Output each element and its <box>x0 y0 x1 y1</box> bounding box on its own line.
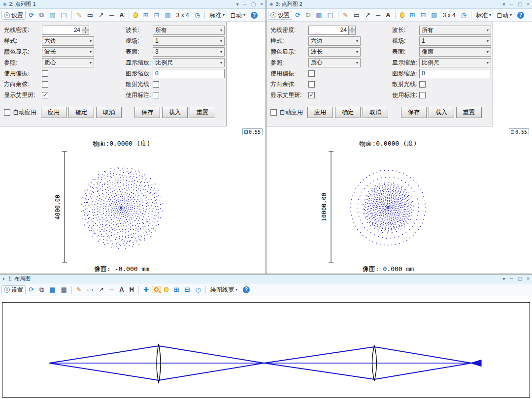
ok-button[interactable]: 确定 <box>335 107 361 118</box>
close-icon[interactable]: × <box>260 2 263 7</box>
grid-size-selector[interactable]: 3 x 4 <box>174 11 192 20</box>
spin-up-icon[interactable]: ▲ <box>349 26 356 31</box>
pencil-icon[interactable]: ✎ <box>74 10 84 20</box>
settings-button[interactable]: ∧ 设置 <box>1 11 26 20</box>
print-icon[interactable]: ▤ <box>59 285 69 294</box>
use-polarization-checkbox[interactable] <box>42 70 48 77</box>
bulb-icon[interactable] <box>131 11 140 19</box>
print-icon[interactable]: ▤ <box>59 10 69 20</box>
layout-drawing-area[interactable] <box>0 296 532 399</box>
reference-select[interactable]: 质心▾ <box>42 58 94 67</box>
pan-icon[interactable]: ✚ <box>141 285 151 294</box>
layers-icon[interactable]: ▦ <box>162 10 173 20</box>
pattern-select[interactable]: 六边▾ <box>42 36 94 46</box>
help-button[interactable]: ? <box>240 285 252 295</box>
standard-dropdown[interactable]: 标准 ▾ <box>207 11 227 20</box>
scatter-rays-checkbox[interactable] <box>153 81 159 88</box>
text-tool-icon[interactable]: A <box>383 10 393 20</box>
line-tool-icon[interactable]: ─ <box>107 285 116 294</box>
minimize-icon[interactable]: ─ <box>510 2 513 7</box>
rectangle-tool-icon[interactable]: ▭ <box>85 10 96 20</box>
ok-button[interactable]: 确定 <box>68 107 94 118</box>
save-button[interactable]: 保存 <box>134 107 160 118</box>
line-tool-icon[interactable]: ─ <box>373 10 383 20</box>
ray-density-input[interactable]: 24 <box>308 26 349 35</box>
ray-density-stepper[interactable]: ▲▼ <box>349 26 356 35</box>
apply-button[interactable]: 应用 <box>307 107 333 118</box>
reference-select[interactable]: 质心▾ <box>308 58 361 67</box>
help-button[interactable]: ? <box>248 10 260 20</box>
window-menu-icon[interactable]: ▾ <box>236 2 239 7</box>
close-icon[interactable]: × <box>527 2 530 7</box>
arrow-tool-icon[interactable]: ↗ <box>363 10 373 20</box>
layers-icon[interactable]: ▦ <box>429 10 439 20</box>
spin-up-icon[interactable]: ▲ <box>82 26 89 31</box>
scatter-rays-checkbox[interactable] <box>419 81 426 88</box>
copy-icon[interactable]: ⧉ <box>37 285 46 294</box>
window-split-icon[interactable]: ⊞ <box>141 10 151 20</box>
show-airy-checkbox[interactable] <box>308 92 315 98</box>
refresh-icon[interactable]: ⟳ <box>293 10 303 20</box>
use-polarization-checkbox[interactable] <box>308 70 315 77</box>
auto-dropdown[interactable]: 自动 ▾ <box>494 11 514 20</box>
grid-size-selector[interactable]: 3 x 4 <box>440 11 458 20</box>
copy-window-icon[interactable]: ⊟ <box>418 10 428 20</box>
text-height-icon[interactable]: Ħ <box>127 285 136 294</box>
help-button[interactable]: ? <box>515 10 527 20</box>
spot-plot-2[interactable]: 0.55 物面:0.0000 (度) 10000.00 像面: 0.000 mm <box>266 126 532 274</box>
spin-down-icon[interactable]: ▼ <box>82 30 89 35</box>
standard-dropdown[interactable]: 标准 ▾ <box>473 11 494 20</box>
show-scale-select[interactable]: 比例尺▾ <box>419 58 491 67</box>
titlebar-spot1[interactable]: ✳ 2: 点列图 1 ▾ ─ ▢ × <box>0 0 266 9</box>
direction-cosines-checkbox[interactable] <box>42 81 48 88</box>
minimize-icon[interactable]: ─ <box>510 276 513 281</box>
clock-icon[interactable]: ◷ <box>193 285 203 294</box>
print-icon[interactable]: ▤ <box>325 10 336 20</box>
use-symbols-checkbox[interactable] <box>419 92 426 98</box>
copy-window-icon[interactable]: ⊟ <box>182 285 193 294</box>
copy-window-icon[interactable]: ⊟ <box>151 10 162 20</box>
show-scale-select[interactable]: 比例尺▾ <box>153 58 225 67</box>
save-icon[interactable]: ▦ <box>47 285 58 294</box>
line-tool-icon[interactable]: ─ <box>107 10 116 20</box>
minimize-icon[interactable]: ─ <box>243 2 247 7</box>
cancel-button[interactable]: 取消 <box>96 107 122 118</box>
save-icon[interactable]: ▦ <box>47 10 58 20</box>
load-button[interactable]: 载入 <box>162 107 188 118</box>
bulb-icon[interactable] <box>162 285 171 294</box>
auto-apply-checkbox[interactable] <box>4 109 10 116</box>
plot-scale-input[interactable]: 0 <box>153 69 225 78</box>
load-button[interactable]: 载入 <box>429 107 454 118</box>
close-icon[interactable]: × <box>527 276 530 281</box>
maximize-icon[interactable]: ▢ <box>518 2 522 7</box>
reset-button[interactable]: 重置 <box>456 107 482 118</box>
color-by-select[interactable]: 波长▾ <box>42 47 94 57</box>
bulb-icon[interactable] <box>398 11 407 19</box>
clock-icon[interactable]: ◷ <box>192 10 202 20</box>
settings-button[interactable]: ∧ 设置 <box>268 11 292 20</box>
color-by-select[interactable]: 波长▾ <box>308 47 361 57</box>
text-tool-icon[interactable]: A <box>117 285 126 294</box>
spot-plot-1[interactable]: 0.55 物面:0.0000 (度) 4000.00 像面: -0.000 mm <box>0 126 266 274</box>
wavelength-select[interactable]: 所有▾ <box>153 26 225 35</box>
copy-icon[interactable]: ⧉ <box>303 10 313 20</box>
titlebar-spot2[interactable]: ✳ 3: 点列图 2 ▾ ─ ▢ × <box>266 0 532 9</box>
field-select[interactable]: 1▾ <box>153 36 225 46</box>
window-menu-icon[interactable]: ▾ <box>503 2 505 7</box>
cancel-button[interactable]: 取消 <box>363 107 388 118</box>
surface-select[interactable]: 3▾ <box>153 47 225 57</box>
pencil-icon[interactable]: ✎ <box>74 285 84 294</box>
use-symbols-checkbox[interactable] <box>153 92 159 98</box>
zoom-tool-button[interactable] <box>152 286 161 293</box>
window-split-icon[interactable]: ⊞ <box>171 285 182 294</box>
arrow-tool-icon[interactable]: ↗ <box>96 10 106 20</box>
auto-dropdown[interactable]: 自动 ▾ <box>228 11 248 20</box>
save-button[interactable]: 保存 <box>401 107 427 118</box>
ray-density-stepper[interactable]: ▲▼ <box>82 26 89 35</box>
wavelength-select[interactable]: 所有▾ <box>419 26 491 35</box>
spin-down-icon[interactable]: ▼ <box>349 30 356 35</box>
arrow-tool-icon[interactable]: ↗ <box>96 285 106 294</box>
apply-button[interactable]: 应用 <box>41 107 66 118</box>
refresh-icon[interactable]: ⟳ <box>26 10 36 20</box>
rectangle-tool-icon[interactable]: ▭ <box>351 10 362 20</box>
